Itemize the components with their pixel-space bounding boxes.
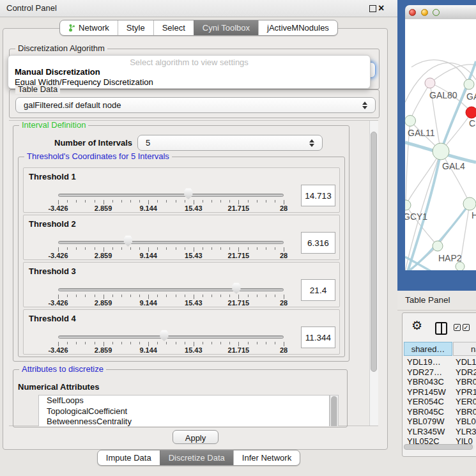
network-node[interactable] (425, 78, 435, 88)
tick-mark (104, 342, 104, 346)
float-window-icon[interactable] (369, 5, 376, 12)
network-canvas[interactable]: GAL80GACGAL11GAL4GCY1HHAP2 (405, 19, 476, 270)
tick-mark (157, 200, 158, 203)
slider-track[interactable] (58, 194, 284, 197)
threshold-label: Threshold 2 (29, 219, 76, 229)
algorithm-option-manual[interactable]: Manual Discretization (15, 67, 100, 77)
checkbox-icon[interactable]: ✓ (463, 324, 470, 331)
table-row-name[interactable]: YER0 (456, 397, 476, 406)
tab-cyni-toolbox[interactable]: Cyni Toolbox (194, 20, 258, 35)
tick-mark (185, 295, 185, 297)
attribute-list-item[interactable]: SelfLoops (39, 395, 329, 406)
vertical-scrollbar-thumb[interactable] (371, 132, 377, 372)
tick-mark (275, 247, 275, 250)
table-data-combobox[interactable]: galFiltered.sif default node (15, 97, 376, 113)
threshold-label: Threshold 1 (29, 172, 76, 181)
network-node[interactable] (466, 107, 476, 118)
network-node[interactable] (463, 197, 476, 210)
network-node[interactable] (464, 79, 474, 89)
table-row-name[interactable]: YBR0 (456, 377, 476, 387)
threshold-value-field[interactable]: 21.4 (301, 279, 335, 301)
slider-track[interactable] (58, 288, 284, 291)
table-row-shared-name[interactable]: YPR145W (407, 387, 458, 397)
slider-thumb[interactable] (183, 188, 193, 199)
table-row-shared-name[interactable]: YER054C (407, 397, 458, 406)
slider-track[interactable] (58, 335, 284, 339)
tick-mark (266, 295, 266, 297)
attribute-list-item[interactable]: TopologicalCoefficient (39, 406, 329, 417)
numerical-attributes-list[interactable]: SelfLoopsTopologicalCoefficientBetweenne… (38, 395, 330, 426)
tab-impute-data[interactable]: Impute Data (98, 450, 160, 465)
network-node[interactable] (433, 143, 449, 160)
network-node[interactable] (405, 200, 411, 210)
network-edge (410, 83, 430, 121)
tab-style[interactable]: Style (118, 20, 153, 35)
tick-label: 15.43 (174, 204, 213, 212)
apply-button[interactable]: Apply (173, 430, 219, 444)
table-row-name[interactable]: YLR3 (456, 427, 476, 436)
table-row-shared-name[interactable]: YDL19… (407, 357, 458, 367)
table-row-shared-name[interactable]: YBR043C (407, 377, 458, 387)
slider-thumb[interactable] (159, 330, 169, 341)
tick-mark (229, 295, 230, 297)
table-panel-title: Table Panel (405, 295, 450, 305)
close-icon[interactable]: × (378, 2, 384, 15)
table-row-name[interactable]: YBL0 (456, 417, 476, 426)
horizontal-scrollbar-thumb[interactable] (404, 444, 473, 450)
tick-mark (130, 295, 131, 297)
network-node[interactable] (433, 241, 443, 251)
tick-mark (58, 247, 59, 252)
tick-label: 2.859 (84, 204, 123, 212)
tab-infer-network[interactable]: Infer Network (233, 450, 300, 465)
tab-jactivemnodules[interactable]: jActiveMNodules (258, 20, 337, 35)
tick-mark (220, 295, 221, 297)
threshold-value-field[interactable]: 14.713 (301, 185, 335, 206)
table-row-name[interactable]: YDL1 (456, 357, 476, 367)
threshold-value-field[interactable]: 6.316 (301, 232, 335, 254)
table-row-name[interactable]: YBR0 (456, 407, 476, 417)
tick-mark (194, 295, 194, 299)
number-of-intervals-combobox[interactable]: 5 (137, 135, 323, 151)
zoom-traffic-light-icon[interactable] (433, 9, 440, 16)
network-node[interactable] (405, 116, 416, 127)
slider-track[interactable] (58, 241, 284, 244)
tick-mark (58, 295, 59, 299)
table-row-shared-name[interactable]: YDR27… (407, 367, 458, 377)
table-row-name[interactable]: YDR2 (456, 367, 476, 377)
close-traffic-light-icon[interactable] (409, 9, 416, 16)
attribute-list-item[interactable]: BetweennessCentrality (39, 417, 329, 426)
checkbox-icon[interactable]: ✓ (454, 324, 461, 331)
tick-mark (257, 295, 257, 297)
minimize-traffic-light-icon[interactable] (421, 9, 428, 16)
threshold-value-field[interactable]: 11.344 (301, 326, 335, 348)
network-node-label: C (469, 118, 475, 128)
tick-label: 28 (265, 346, 303, 354)
tick-mark (148, 200, 149, 204)
slider-thumb[interactable] (123, 235, 133, 247)
tick-mark (203, 200, 203, 203)
tab-discretize-data[interactable]: Discretize Data (160, 450, 233, 465)
network-node-label: GAL4 (442, 161, 465, 171)
table-row-shared-name[interactable]: YBR045C (407, 407, 458, 417)
horizontal-scrollbar-track[interactable] (403, 444, 475, 450)
tick-mark (284, 200, 284, 204)
table-row-shared-name[interactable]: YBL079W (407, 417, 458, 426)
tick-mark (176, 247, 176, 250)
network-node-label: HAP2 (438, 253, 462, 263)
tick-mark (67, 342, 68, 344)
columns-icon[interactable] (435, 322, 447, 335)
table-row-name[interactable]: YPR1 (456, 387, 476, 397)
interval-definition-title: Interval Definition (19, 121, 88, 130)
tab-select[interactable]: Select (153, 20, 194, 35)
tab-network[interactable]: Network (60, 20, 118, 35)
column-header-name[interactable]: na (453, 342, 476, 356)
slider-thumb[interactable] (231, 282, 241, 294)
column-header-shared-name[interactable]: shared… (404, 342, 452, 356)
table-row-shared-name[interactable]: YLR345W (407, 427, 458, 436)
tick-mark (176, 342, 176, 344)
tick-mark (112, 200, 113, 203)
gear-icon[interactable]: ⚙ (411, 318, 422, 333)
tick-label: -3.426 (39, 204, 77, 212)
control-panel-title: Control Panel (6, 3, 57, 13)
tick-mark (176, 295, 176, 297)
